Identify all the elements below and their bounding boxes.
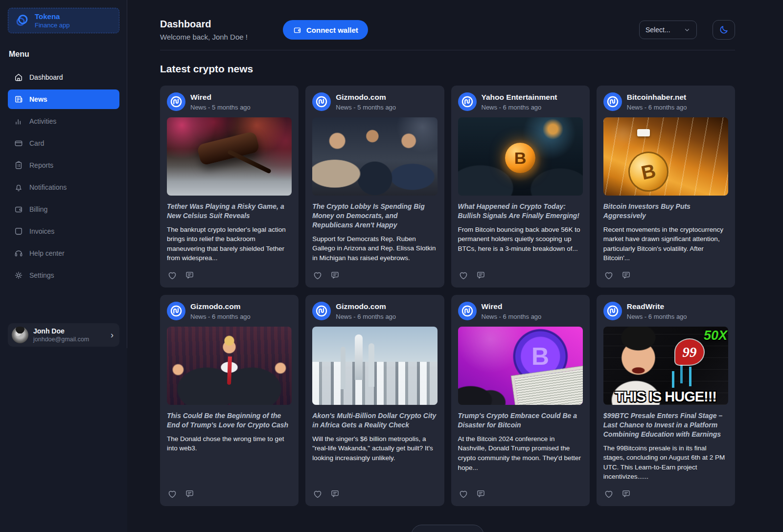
like-heart-icon[interactable] bbox=[167, 488, 178, 499]
theme-toggle-button[interactable] bbox=[713, 20, 735, 40]
news-card[interactable]: Gizmodo.com News - 6 months ago Akon's M… bbox=[305, 295, 444, 506]
like-heart-icon[interactable] bbox=[312, 488, 323, 499]
like-heart-icon[interactable] bbox=[458, 270, 469, 281]
news-card[interactable]: Bitcoinhaber.net News - 6 months ago Bit… bbox=[597, 86, 735, 288]
article-image bbox=[603, 117, 728, 196]
article-source: Yahoo Entertainment bbox=[482, 92, 557, 102]
comment-icon[interactable] bbox=[621, 270, 631, 281]
news-card[interactable]: ReadWrite News - 6 months ago 50X 99 THI… bbox=[597, 295, 735, 506]
news-card[interactable]: Wired News - 6 months ago Trump's Crypto… bbox=[451, 295, 590, 506]
avatar bbox=[12, 327, 28, 343]
coinmarketcap-logo-icon bbox=[458, 302, 477, 320]
user-profile-card[interactable]: Jonh Doe jonhdoe@gmail.com › bbox=[8, 323, 119, 347]
connect-wallet-label: Connect wallet bbox=[306, 26, 358, 34]
sidebar-item-card[interactable]: Card bbox=[8, 133, 119, 153]
select-value: Select... bbox=[645, 26, 670, 34]
article-description: At the Bitcoin 2024 conference in Nashvi… bbox=[458, 434, 583, 472]
coinmarketcap-logo-icon bbox=[458, 92, 477, 111]
thumbnail-badge-text: 99 bbox=[675, 339, 704, 365]
sidebar-item-invoices[interactable]: Invoices bbox=[8, 222, 119, 241]
article-description: The Donald chose the wrong time to get i… bbox=[167, 434, 292, 453]
article-title[interactable]: What Happened in Crypto Today: Bullish S… bbox=[458, 202, 583, 221]
like-heart-icon[interactable] bbox=[458, 488, 469, 499]
article-description: From Bitcoin bouncing back above 56K to … bbox=[458, 225, 583, 254]
home-icon bbox=[14, 72, 23, 82]
article-description: Recent movements in the cryptocurrency m… bbox=[603, 225, 728, 263]
article-description: Will the singer's $6 billion metropolis,… bbox=[312, 434, 437, 463]
sidebar-item-help-center[interactable]: Help center bbox=[8, 244, 119, 263]
sidebar-item-label: Reports bbox=[29, 161, 53, 169]
load-more-button[interactable]: Load More bbox=[411, 525, 484, 532]
main-content: Dashboard Welcome back, Jonh Doe ! Conne… bbox=[127, 0, 783, 532]
comment-icon[interactable] bbox=[621, 488, 631, 499]
article-image bbox=[458, 117, 583, 196]
news-card[interactable]: Gizmodo.com News - 6 months ago This Cou… bbox=[160, 295, 299, 506]
article-title[interactable]: Akon's Multi-Billion Dollar Crypto City … bbox=[312, 411, 437, 430]
like-heart-icon[interactable] bbox=[603, 488, 614, 499]
article-meta: News - 6 months ago bbox=[482, 104, 557, 111]
article-image bbox=[167, 117, 292, 196]
sidebar-item-label: Card bbox=[29, 139, 44, 147]
invoices-icon bbox=[14, 226, 23, 236]
like-heart-icon[interactable] bbox=[312, 270, 323, 281]
section-title: Latest crypto news bbox=[160, 63, 735, 75]
select-dropdown[interactable]: Select... bbox=[639, 21, 697, 39]
sidebar-item-settings[interactable]: Settings bbox=[8, 266, 119, 285]
billing-wallet-icon bbox=[14, 204, 23, 214]
sidebar-item-reports[interactable]: Reports bbox=[8, 155, 119, 175]
gear-icon bbox=[14, 270, 23, 280]
sidebar-item-label: Invoices bbox=[29, 227, 54, 235]
topbar: Dashboard Welcome back, Jonh Doe ! Conne… bbox=[160, 0, 735, 41]
user-email: jonhdoe@gmail.com bbox=[33, 336, 89, 343]
article-description: Support for Democrats Rep. Ruben Gallego… bbox=[312, 234, 437, 263]
comment-icon[interactable] bbox=[476, 488, 486, 499]
sidebar-item-activities[interactable]: Activities bbox=[8, 111, 119, 131]
sidebar-item-label: Help center bbox=[29, 249, 65, 257]
comment-icon[interactable] bbox=[476, 270, 486, 281]
activities-chart-icon bbox=[14, 116, 23, 126]
coinmarketcap-logo-icon bbox=[312, 302, 331, 320]
page-title: Dashboard bbox=[160, 19, 248, 30]
news-card[interactable]: Gizmodo.com News - 5 months ago The Cryp… bbox=[305, 86, 444, 288]
article-title[interactable]: The Crypto Lobby Is Spending Big Money o… bbox=[312, 202, 437, 230]
sidebar-item-dashboard[interactable]: Dashboard bbox=[8, 67, 119, 87]
news-card[interactable]: Wired News - 5 months ago Tether Was Pla… bbox=[160, 86, 299, 288]
article-meta: News - 5 months ago bbox=[190, 104, 251, 111]
headset-icon bbox=[14, 248, 23, 258]
like-heart-icon[interactable] bbox=[603, 270, 614, 281]
comment-icon[interactable] bbox=[330, 270, 340, 281]
article-title[interactable]: This Could Be the Beginning of the End o… bbox=[167, 411, 292, 430]
article-meta: News - 6 months ago bbox=[336, 313, 396, 320]
article-image bbox=[458, 327, 583, 405]
coinmarketcap-logo-icon bbox=[603, 92, 622, 111]
article-description: The bankrupt crypto lender's legal actio… bbox=[167, 225, 292, 263]
moon-icon bbox=[719, 25, 729, 35]
article-title[interactable]: $99BTC Presale Enters Final Stage – Last… bbox=[603, 411, 728, 439]
article-title[interactable]: Trump's Crypto Embrace Could Be a Disast… bbox=[458, 411, 583, 430]
coinmarketcap-logo-icon bbox=[312, 92, 331, 111]
sidebar-item-billing[interactable]: Billing bbox=[8, 200, 119, 219]
sidebar-item-news[interactable]: News bbox=[8, 89, 119, 109]
sidebar: Tokena Finance app Menu Dashboard News A… bbox=[0, 0, 127, 532]
article-source: Wired bbox=[190, 92, 251, 102]
sidebar-item-label: Notifications bbox=[29, 183, 67, 191]
sidebar-item-notifications[interactable]: Notifications bbox=[8, 177, 119, 197]
comment-icon[interactable] bbox=[330, 488, 340, 499]
chevron-right-icon: › bbox=[111, 331, 114, 339]
article-meta: News - 6 months ago bbox=[627, 104, 687, 111]
reports-icon bbox=[14, 160, 23, 170]
app-logo-card[interactable]: Tokena Finance app bbox=[8, 8, 119, 33]
connect-wallet-button[interactable]: Connect wallet bbox=[283, 20, 368, 40]
article-title[interactable]: Tether Was Playing a Risky Game, a New C… bbox=[167, 202, 292, 221]
app-tagline: Finance app bbox=[35, 22, 70, 29]
article-title[interactable]: Bitcoin Investors Buy Puts Aggressively bbox=[603, 202, 728, 221]
comment-icon[interactable] bbox=[184, 488, 195, 499]
article-image bbox=[312, 117, 437, 196]
article-image: 50X 99 THIS IS HUGE!!! bbox=[603, 327, 728, 405]
chevron-down-icon bbox=[684, 26, 691, 33]
sidebar-item-label: Dashboard bbox=[29, 73, 63, 81]
article-source: Gizmodo.com bbox=[336, 92, 396, 102]
news-card[interactable]: Yahoo Entertainment News - 6 months ago … bbox=[451, 86, 590, 288]
comment-icon[interactable] bbox=[184, 270, 195, 281]
like-heart-icon[interactable] bbox=[167, 270, 178, 281]
